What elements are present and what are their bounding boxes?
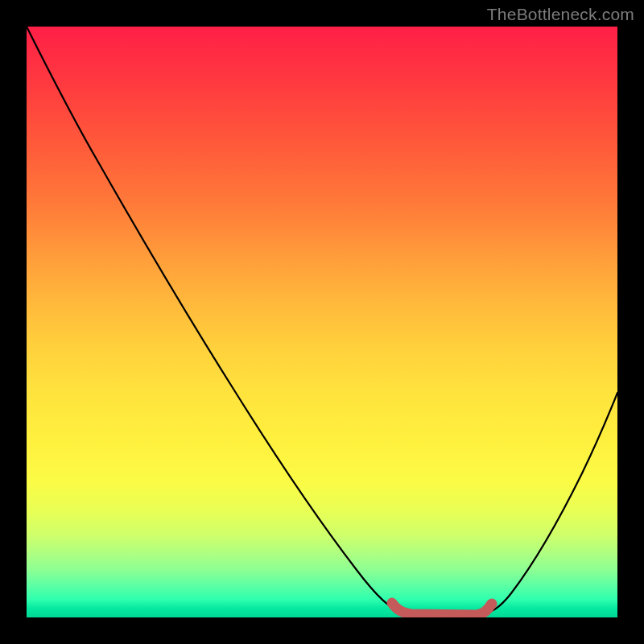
curve-svg xyxy=(27,27,617,617)
bottleneck-curve xyxy=(27,27,617,615)
target-range-marker xyxy=(392,603,491,615)
chart-frame: TheBottleneck.com xyxy=(0,0,644,644)
plot-area xyxy=(27,27,617,617)
watermark-text: TheBottleneck.com xyxy=(487,5,634,24)
target-range-end-dot xyxy=(487,599,497,609)
